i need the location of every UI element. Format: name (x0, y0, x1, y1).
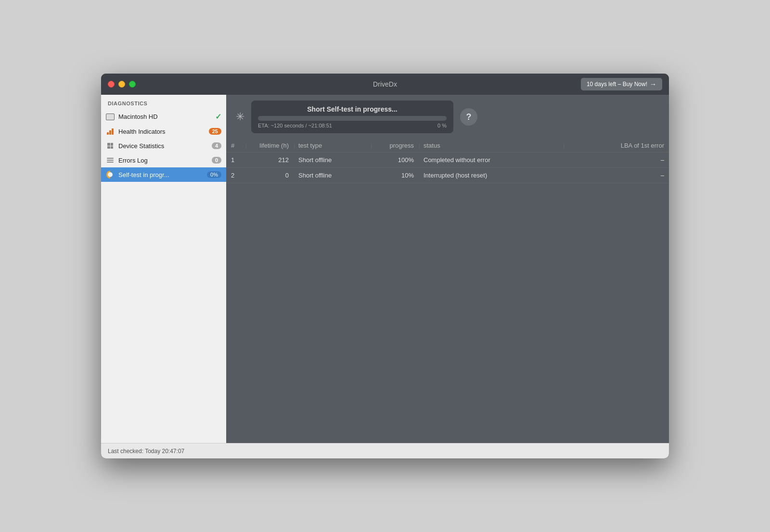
cell-lba-1: – (563, 152, 669, 168)
cell-status-2: Interrupted (host reset) (419, 168, 563, 183)
cell-type-1: Short offline (294, 152, 371, 168)
cell-lifetime-2: 0 (245, 168, 294, 183)
maximize-button[interactable] (129, 81, 136, 88)
progress-track (258, 116, 447, 121)
col-header-progress: progress (371, 139, 419, 152)
col-header-status: status (419, 139, 563, 152)
progress-area: ✳ Short Self-test in progress... ETA: ~1… (226, 95, 669, 139)
cell-num-2: 2 (226, 168, 245, 183)
last-checked-text: Last checked: Today 20:47:07 (108, 448, 184, 455)
sidebar-item-self-test[interactable]: Self-test in progr... 0% (101, 167, 226, 182)
col-header-lifetime: lifetime (h) (245, 139, 294, 152)
table-header-row: # lifetime (h) test type progress status… (226, 139, 669, 152)
col-header-num: # (226, 139, 245, 152)
cell-progress-2: 10% (371, 168, 419, 183)
progress-eta: ETA: ~120 seconds / ~21:08:51 (258, 123, 332, 128)
sidebar-item-drive[interactable]: Macintosh HD ✓ (101, 109, 226, 124)
progress-box: Short Self-test in progress... ETA: ~120… (251, 101, 453, 133)
table-row[interactable]: 2 0 Short offline 10% Interrupted (host … (226, 168, 669, 183)
cell-type-2: Short offline (294, 168, 371, 183)
help-button[interactable]: ? (460, 108, 477, 126)
progress-title: Short Self-test in progress... (258, 105, 447, 113)
arrow-icon: → (650, 80, 656, 88)
test-results-table: # lifetime (h) test type progress status… (226, 139, 669, 443)
selftest-icon (106, 170, 115, 179)
self-test-badge: 0% (207, 171, 221, 178)
buy-now-button[interactable]: 10 days left – Buy Now! → (581, 78, 662, 90)
drive-status-icon: ✓ (215, 112, 221, 121)
cell-status-1: Completed without error (419, 152, 563, 168)
traffic-lights (108, 81, 136, 88)
sidebar-item-device-statistics[interactable]: Device Statistics 4 (101, 139, 226, 153)
minimize-button[interactable] (118, 81, 125, 88)
bar-chart-icon (106, 127, 115, 136)
grid-icon (106, 141, 115, 150)
cell-lba-2: – (563, 168, 669, 183)
errors-log-badge: 0 (212, 157, 221, 164)
app-window: DriveDx 10 days left – Buy Now! → DIAGNO… (101, 74, 669, 458)
device-statistics-badge: 4 (212, 142, 221, 149)
progress-meta: ETA: ~120 seconds / ~21:08:51 0 % (258, 123, 447, 128)
health-indicators-badge: 25 (209, 128, 221, 135)
content-area: ✳ Short Self-test in progress... ETA: ~1… (226, 95, 669, 443)
cell-progress-1: 100% (371, 152, 419, 168)
table-row[interactable]: 1 212 Short offline 100% Completed witho… (226, 152, 669, 168)
health-indicators-label: Health Indicators (118, 128, 205, 135)
col-header-lba: LBA of 1st error (563, 139, 669, 152)
sidebar-item-health-indicators[interactable]: Health Indicators 25 (101, 124, 226, 139)
sidebar-section-label: DIAGNOSTICS (101, 95, 226, 109)
sidebar-item-errors-log[interactable]: Errors Log 0 (101, 153, 226, 167)
main-content: DIAGNOSTICS Macintosh HD ✓ Heal (101, 95, 669, 443)
col-header-test-type: test type (294, 139, 371, 152)
errors-log-label: Errors Log (118, 157, 208, 164)
titlebar: DriveDx 10 days left – Buy Now! → (101, 74, 669, 95)
self-test-label: Self-test in progr... (118, 171, 203, 178)
cell-num-1: 1 (226, 152, 245, 168)
cell-lifetime-1: 212 (245, 152, 294, 168)
statusbar: Last checked: Today 20:47:07 (101, 443, 669, 458)
device-statistics-label: Device Statistics (118, 142, 208, 150)
window-title: DriveDx (373, 80, 397, 88)
drive-icon (106, 113, 115, 121)
lines-icon (106, 156, 115, 165)
progress-bar-container: ETA: ~120 seconds / ~21:08:51 0 % (258, 116, 447, 128)
drive-label: Macintosh HD (118, 113, 211, 120)
close-button[interactable] (108, 81, 115, 88)
progress-percent: 0 % (437, 123, 447, 128)
spinner-icon: ✳ (236, 111, 244, 123)
sidebar: DIAGNOSTICS Macintosh HD ✓ Heal (101, 95, 226, 443)
